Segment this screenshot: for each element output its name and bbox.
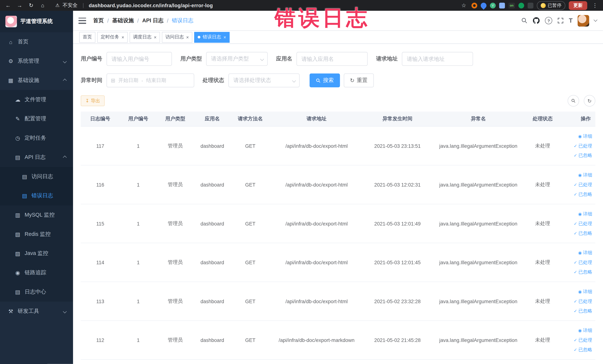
action-ignored[interactable]: ✓已忽略 <box>574 267 592 277</box>
action-detail[interactable]: ◉详细 <box>578 170 592 180</box>
action-label: 详细 <box>583 131 592 141</box>
action-detail[interactable]: ◉详细 <box>578 131 592 141</box>
sidebar-item-mysql-monitor[interactable]: ▥MySQL 监控 <box>0 205 73 225</box>
tab-scheduled-tasks[interactable]: 定时任务× <box>97 32 128 42</box>
action-processed[interactable]: ✓已处理 <box>574 141 592 151</box>
action-processed[interactable]: ✓已处理 <box>574 335 592 345</box>
paused-badge[interactable]: 已暂停 <box>537 1 565 10</box>
search-button-label: 搜索 <box>323 77 334 84</box>
update-button[interactable]: 更新 <box>569 1 587 10</box>
action-label: 已忽略 <box>578 228 592 238</box>
action-detail[interactable]: ◉详细 <box>578 248 592 258</box>
sidebar-item-infrastructure[interactable]: ▦基础设施 <box>0 71 73 90</box>
chevron-down-icon[interactable] <box>593 18 597 22</box>
breadcrumb-item[interactable]: 基础设施 <box>112 17 134 24</box>
refresh-table-button[interactable]: ↻ <box>584 95 595 106</box>
vue-devtools-icon[interactable]: V <box>490 2 496 8</box>
breadcrumb-item[interactable]: API 日志 <box>142 17 163 24</box>
action-detail[interactable]: ◉详细 <box>578 326 592 335</box>
extension-icon-grid[interactable] <box>499 2 505 8</box>
close-tab-icon[interactable]: × <box>122 35 124 39</box>
app-name-input[interactable] <box>297 52 368 66</box>
close-tab-icon[interactable]: × <box>186 35 189 39</box>
extension-icon-drop[interactable] <box>480 1 488 10</box>
extension-icon-orange[interactable] <box>471 2 477 8</box>
fullscreen-icon[interactable] <box>557 17 564 24</box>
action-ignored[interactable]: ✓已忽略 <box>574 306 592 316</box>
timer-icon: ◷ <box>15 135 21 141</box>
back-icon[interactable]: ← <box>4 2 12 8</box>
forward-icon[interactable]: → <box>15 2 24 8</box>
sidebar-item-java-monitor[interactable]: ▨Java 监控 <box>0 244 73 263</box>
check-icon: ✓ <box>574 189 577 199</box>
breadcrumb-item[interactable]: 错误日志 <box>172 17 193 24</box>
tab-home[interactable]: 首页 <box>79 32 95 42</box>
sidebar-item-file-mgmt[interactable]: ☁文件管理 <box>0 90 73 109</box>
action-processed[interactable]: ✓已处理 <box>574 296 592 306</box>
request-url-input[interactable] <box>402 52 473 66</box>
sidebar-item-system-mgmt[interactable]: ⚙系统管理 <box>0 52 73 71</box>
reload-icon[interactable]: ↻ <box>27 2 35 8</box>
reset-button[interactable]: ↻ 重置 <box>344 73 374 87</box>
kebab-menu-icon[interactable]: ⋮ <box>591 2 599 8</box>
chevron-down-icon <box>292 78 296 82</box>
tab-job-log[interactable]: 调度日志× <box>129 32 160 42</box>
sidebar-item-error-log[interactable]: ▤错误日志 <box>0 186 73 205</box>
sidebar-item-dev-tools[interactable]: ⚒研发工具 <box>0 302 73 321</box>
user-type-select[interactable]: 请选择用户类型 <box>206 52 268 66</box>
extension-icon-on-badge[interactable]: on <box>509 2 515 8</box>
security-label[interactable]: 不安全 <box>63 2 78 9</box>
sidebar-item-redis-monitor[interactable]: ▧Redis 监控 <box>0 225 73 244</box>
sidebar-item-link-trace[interactable]: ◉链路追踪 <box>0 263 73 282</box>
bookmark-star-icon[interactable]: ☆ <box>460 2 468 8</box>
table-row: 1141管理员dashboardGET/api/infra/db-doc/exp… <box>81 243 595 282</box>
sidebar-item-label: Java 监控 <box>25 250 48 257</box>
action-processed[interactable]: ✓已处理 <box>574 258 592 267</box>
action-label: 已处理 <box>578 335 592 345</box>
user-id-input[interactable] <box>107 52 172 66</box>
extension-icon-green[interactable] <box>519 2 524 8</box>
hamburger-icon[interactable] <box>78 17 86 23</box>
action-ignored[interactable]: ✓已忽略 <box>574 345 592 354</box>
sidebar-item-scheduled-tasks[interactable]: ◷定时任务 <box>0 129 73 148</box>
check-icon: ✓ <box>574 306 577 316</box>
action-label: 已处理 <box>578 180 592 189</box>
security-warning-icon[interactable]: ⚠ <box>55 3 59 8</box>
action-processed[interactable]: ✓已处理 <box>574 219 592 228</box>
sidebar-item-api-log[interactable]: ▤API 日志 <box>0 148 73 167</box>
search-icon[interactable] <box>521 17 528 24</box>
font-size-icon[interactable]: T <box>569 17 573 24</box>
sidebar-item-config-mgmt[interactable]: ✎配置管理 <box>0 109 73 129</box>
breadcrumb-separator: / <box>107 17 109 23</box>
app-logo[interactable]: 芋道管理系统 <box>0 11 73 32</box>
action-ignored[interactable]: ✓已忽略 <box>574 151 592 160</box>
cell-log_id: 113 <box>81 282 120 321</box>
cell-user_type: 管理员 <box>157 243 194 282</box>
url-text[interactable]: dashboard.yudao.iocoder.cn/infra/log/api… <box>89 2 213 8</box>
process-status-select[interactable]: 请选择处理状态 <box>228 73 300 87</box>
sidebar-item-home[interactable]: ⌂首页 <box>0 32 73 52</box>
browser-home-icon[interactable]: ⌂ <box>38 2 47 8</box>
help-icon[interactable]: ? <box>545 17 552 24</box>
tab-error-log[interactable]: 错误日志× <box>194 32 230 42</box>
sidebar-item-label: Redis 监控 <box>25 231 51 238</box>
action-detail[interactable]: ◉详细 <box>578 287 592 296</box>
pin-extension-icon[interactable] <box>528 2 533 8</box>
export-button[interactable]: ↧ 导出 <box>81 95 105 106</box>
close-tab-icon[interactable]: × <box>154 35 157 39</box>
tab-access-log[interactable]: 访问日志× <box>162 32 192 42</box>
sidebar-item-access-log[interactable]: ▤访问日志 <box>0 167 73 186</box>
sidebar-item-log-center[interactable]: ▤日志中心 <box>0 282 73 302</box>
user-avatar[interactable] <box>578 15 589 26</box>
toggle-search-button[interactable] <box>568 95 579 106</box>
exception-time-range-picker[interactable]: ⊞ 开始日期 - 结束日期 <box>107 73 194 87</box>
github-icon[interactable] <box>533 17 540 24</box>
breadcrumb-item[interactable]: 首页 <box>93 17 104 24</box>
action-detail[interactable]: ◉详细 <box>578 209 592 219</box>
annotation-text: 错误日志 <box>275 4 370 33</box>
action-ignored[interactable]: ✓已忽略 <box>574 228 592 238</box>
action-processed[interactable]: ✓已处理 <box>574 180 592 189</box>
action-ignored[interactable]: ✓已忽略 <box>574 189 592 199</box>
search-button[interactable]: 搜索 <box>310 73 340 87</box>
close-tab-icon[interactable]: × <box>223 35 226 39</box>
